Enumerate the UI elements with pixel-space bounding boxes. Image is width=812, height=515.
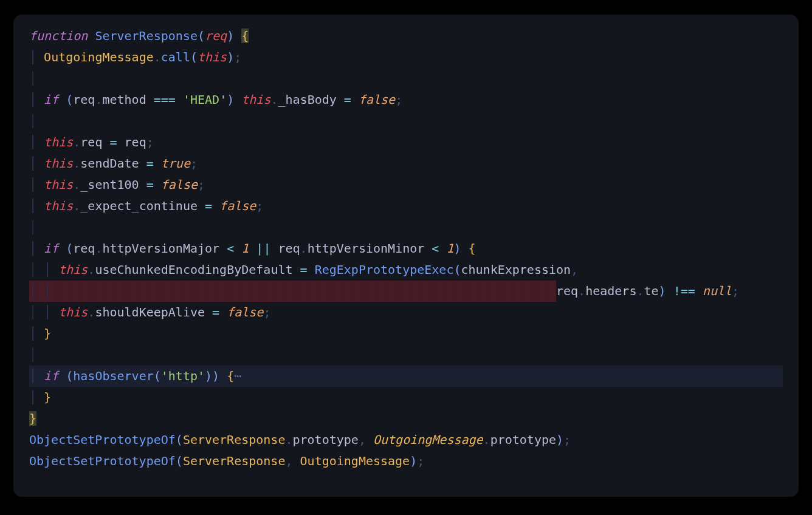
code-line: │ } (29, 390, 51, 404)
boolean: false (359, 92, 395, 107)
brace-open-highlighted: { (241, 29, 249, 43)
code-line: │ this._sent100 = false; (29, 177, 205, 192)
code-line-current: │ if (hasObserver('http')) {⋯ (29, 366, 783, 387)
code-line: } (29, 411, 36, 426)
string-literal: 'HEAD' (183, 92, 227, 107)
code-line-error: │ │ req.headers.te) !== null; (29, 284, 739, 298)
function-name: ServerResponse (95, 29, 198, 43)
code-line: │ (29, 114, 36, 128)
code-line: │ (29, 71, 36, 86)
code-line: │ (29, 220, 36, 234)
code-block[interactable]: function ServerResponse(req) { │ Outgoin… (29, 26, 783, 472)
keyword-if: if (44, 92, 58, 107)
method: call (161, 50, 190, 64)
code-line: ObjectSetPrototypeOf(ServerResponse, Out… (29, 454, 424, 468)
code-line: │ OutgoingMessage.call(this); (29, 50, 241, 64)
code-line: │ this.sendDate = true; (29, 156, 198, 171)
error-highlight: │ │ (29, 281, 556, 302)
code-line: │ this.req = req; (29, 135, 154, 149)
code-line: │ │ this.useChunkedEncodingByDefault = R… (29, 262, 578, 277)
function-call: ObjectSetPrototypeOf (29, 432, 176, 447)
function-call: ObjectSetPrototypeOf (29, 454, 176, 468)
code-editor[interactable]: function ServerResponse(req) { │ Outgoin… (13, 15, 799, 497)
code-line: │ if (req.httpVersionMajor < 1 || req.ht… (29, 241, 476, 256)
string-literal: 'http' (161, 369, 205, 383)
brace-close-highlighted: } (29, 411, 36, 426)
code-line: function ServerResponse(req) { (29, 29, 249, 43)
keyword-this: this (198, 50, 227, 64)
identifier: OutgoingMessage (44, 50, 154, 64)
function-call: hasObserver (73, 369, 153, 383)
keyword-function: function (29, 29, 88, 43)
fold-ellipsis-icon[interactable]: ⋯ (234, 369, 241, 383)
code-line: │ (29, 347, 36, 362)
function-call: RegExpPrototypeExec (315, 262, 454, 277)
parameter: req (205, 29, 227, 43)
code-line: │ } (29, 326, 51, 341)
code-line: │ │ this.shouldKeepAlive = false; (29, 305, 270, 319)
code-line: │ this._expect_continue = false; (29, 199, 263, 213)
code-line: │ if (req.method === 'HEAD') this._hasBo… (29, 92, 402, 107)
code-line: ObjectSetPrototypeOf(ServerResponse.prot… (29, 432, 571, 447)
